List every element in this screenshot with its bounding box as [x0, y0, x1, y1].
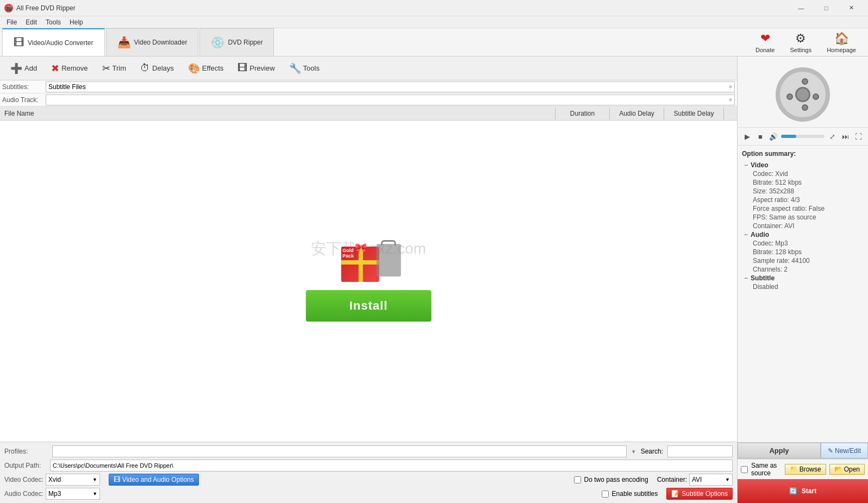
- effects-button[interactable]: 🎨 Effects: [182, 60, 230, 77]
- menu-tools[interactable]: Tools: [41, 17, 65, 27]
- menu-file[interactable]: File: [2, 17, 21, 27]
- play-button[interactable]: ▶: [742, 131, 753, 142]
- output-path-label: Output Path:: [4, 462, 48, 469]
- settings-button[interactable]: ⚙ Settings: [784, 29, 817, 55]
- video-codec-select[interactable]: Xvid ▼: [46, 474, 100, 486]
- output-path-row: Output Path:: [4, 460, 733, 471]
- effects-label: Effects: [202, 64, 224, 72]
- tools-label: Tools: [303, 64, 320, 72]
- container-select[interactable]: AVI ▼: [689, 474, 733, 486]
- menu-help[interactable]: Help: [65, 17, 88, 27]
- remove-icon: ✖: [51, 62, 59, 74]
- tree-subtitle-parent: − Subtitle: [742, 274, 864, 282]
- audio-codec-select[interactable]: Mp3 ▼: [46, 488, 100, 500]
- open-button[interactable]: 📂 Open: [829, 464, 865, 475]
- tree-video-aspect: Aspect ratio: 4/3: [742, 196, 864, 204]
- tree-video-label: Video: [751, 161, 768, 169]
- preview-icon: 🎞: [238, 62, 247, 74]
- new-edit-button[interactable]: ✎ New/Edit: [821, 443, 868, 458]
- audio-codec-row: Audio Codec: Mp3 ▼ Enable subtitles 📝: [4, 488, 733, 500]
- right-audio-row: Enable subtitles 📝 Subtitle Options: [602, 488, 733, 500]
- homepage-button[interactable]: 🏠 Homepage: [821, 29, 861, 55]
- subtitles-row: Subtitles: Subtitle Files ≡: [0, 80, 737, 93]
- open-icon: 📂: [834, 466, 842, 473]
- stop-button[interactable]: ■: [755, 131, 766, 142]
- title-bar-controls: — □ ✕: [789, 0, 864, 16]
- menu-bar: File Edit Tools Help: [0, 16, 868, 28]
- media-progress-bar[interactable]: [781, 135, 825, 138]
- tab-video-downloader[interactable]: 📥 Video Downloader: [106, 28, 199, 56]
- output-path-input[interactable]: [50, 460, 733, 471]
- tab-video-audio-icon: 🎞: [14, 36, 24, 49]
- start-label: Start: [802, 487, 816, 495]
- search-label: Search:: [641, 448, 663, 455]
- apply-button[interactable]: Apply: [738, 443, 821, 458]
- subtitles-value: Subtitle Files: [48, 83, 86, 91]
- tree-video-size: Size: 352x288: [742, 187, 864, 196]
- donate-button[interactable]: ❤ Donate: [750, 29, 780, 55]
- minimize-button[interactable]: —: [789, 0, 814, 16]
- new-edit-label: New/Edit: [835, 447, 861, 455]
- install-button[interactable]: Install: [306, 290, 432, 322]
- fullscreen-button[interactable]: ⛶: [853, 131, 864, 142]
- install-package: 🎀 GoldPack: [325, 241, 412, 290]
- start-button[interactable]: 🔄 Start: [738, 479, 868, 503]
- add-button[interactable]: ➕ Add: [4, 60, 43, 77]
- film-reel-circle: [776, 67, 830, 122]
- tab-dvd-ripper[interactable]: 💿 DVD Ripper: [199, 28, 274, 56]
- next-frame-button[interactable]: ⏭: [840, 131, 851, 142]
- enable-subtitles-checkbox[interactable]: [602, 491, 609, 498]
- trim-button[interactable]: ✂ Trim: [96, 60, 133, 77]
- video-audio-options-button[interactable]: 🎞 Video and Audio Options: [109, 474, 199, 486]
- col-filename[interactable]: File Name: [0, 108, 555, 120]
- donate-icon: ❤: [760, 32, 770, 46]
- app-container: 🎞 Video/Audio Converter 📥 Video Download…: [0, 28, 868, 503]
- close-button[interactable]: ✕: [839, 0, 864, 16]
- delays-button[interactable]: ⏱ Delays: [134, 60, 180, 77]
- audio-codec-group: Audio Codec: Mp3 ▼: [4, 488, 100, 500]
- subtitles-select[interactable]: Subtitle Files ≡: [46, 81, 735, 92]
- tools-button[interactable]: 🔧 Tools: [283, 60, 326, 77]
- browse-button[interactable]: 📁 Browse: [785, 464, 826, 475]
- subtitle-options-icon: 📝: [671, 490, 679, 498]
- app-icon: 🎬: [4, 4, 13, 12]
- subtitle-options-button[interactable]: 📝 Subtitle Options: [666, 488, 733, 500]
- nav-tabs: 🎞 Video/Audio Converter 📥 Video Download…: [0, 28, 868, 56]
- profiles-input[interactable]: [52, 445, 627, 457]
- toolbar: ➕ Add ✖ Remove ✂ Trim ⏱ Delays 🎨 Effe: [0, 56, 737, 80]
- same-source-row: Same as source 📁 Browse 📂 Open: [738, 459, 868, 479]
- same-as-source-checkbox[interactable]: [741, 466, 748, 473]
- preview-button[interactable]: 🎞 Preview: [232, 60, 280, 77]
- same-as-source-label: Same as source: [751, 462, 782, 477]
- col-subtitle-delay[interactable]: Subtitle Delay: [664, 108, 724, 120]
- donate-label: Donate: [755, 47, 775, 53]
- menu-edit[interactable]: Edit: [21, 17, 41, 27]
- tab-video-downloader-label: Video Downloader: [134, 39, 188, 46]
- reel-hole-4: [802, 104, 808, 111]
- content-area: ➕ Add ✖ Remove ✂ Trim ⏱ Delays 🎨 Effe: [0, 56, 868, 503]
- open-label: Open: [844, 466, 860, 473]
- share-button[interactable]: ⤢: [827, 131, 838, 142]
- volume-button[interactable]: 🔊: [768, 131, 779, 142]
- reel-hole-3: [813, 93, 819, 100]
- browse-label: Browse: [800, 466, 821, 473]
- option-summary: Option summary: − Video Codec: Xvid Bitr…: [738, 146, 868, 442]
- title-bar-left: 🎬 All Free DVD Ripper: [4, 4, 76, 12]
- col-audio-delay[interactable]: Audio Delay: [610, 108, 664, 120]
- two-pass-checkbox[interactable]: [574, 476, 581, 483]
- media-progress-fill: [781, 135, 796, 138]
- col-duration[interactable]: Duration: [555, 108, 610, 120]
- container-arrow-icon: ▼: [725, 477, 730, 482]
- tools-icon: 🔧: [289, 62, 301, 74]
- audio-codec-value: Mp3: [48, 490, 61, 498]
- tab-video-audio[interactable]: 🎞 Video/Audio Converter: [2, 28, 105, 56]
- preview-label: Preview: [249, 64, 274, 72]
- search-input[interactable]: [667, 445, 733, 457]
- maximize-button[interactable]: □: [814, 0, 839, 16]
- video-codec-label: Video Codec:: [4, 476, 43, 483]
- audio-track-select[interactable]: ≡: [46, 95, 735, 105]
- remove-button[interactable]: ✖ Remove: [45, 60, 93, 77]
- tree-video-container: Container: AVI: [742, 222, 864, 230]
- audio-track-label: Audio Track:: [2, 96, 46, 104]
- profiles-arrow-icon: ▼: [631, 449, 636, 455]
